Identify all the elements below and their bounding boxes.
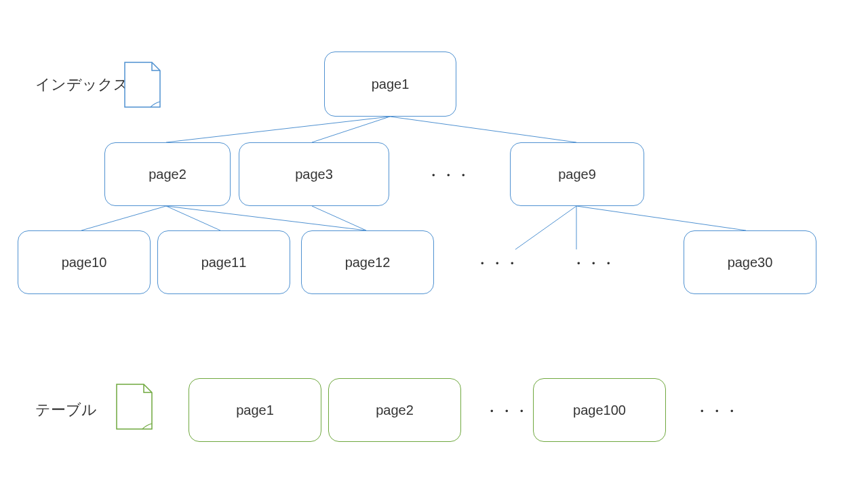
node-label: page1 — [236, 403, 274, 418]
svg-line-5 — [166, 206, 366, 230]
index-node-page3: page3 — [239, 142, 389, 206]
node-label: page3 — [295, 167, 333, 182]
node-label: page100 — [573, 403, 626, 418]
page-icon — [114, 383, 155, 432]
svg-line-3 — [81, 206, 166, 230]
svg-line-0 — [166, 117, 390, 142]
node-label: page2 — [149, 167, 186, 182]
svg-line-6 — [312, 206, 366, 230]
index-node-page30: page30 — [684, 230, 816, 294]
page-icon — [122, 61, 163, 110]
index-node-page2: page2 — [104, 142, 231, 206]
index-node-page12: page12 — [301, 230, 434, 294]
table-node-page2: page2 — [328, 378, 461, 442]
node-label: page9 — [558, 167, 596, 182]
table-label: テーブル — [35, 400, 97, 420]
node-label: page11 — [201, 255, 247, 270]
index-node-page11: page11 — [157, 230, 290, 294]
svg-line-7 — [515, 206, 576, 249]
index-node-page10: page10 — [18, 230, 151, 294]
table-node-page100: page100 — [533, 378, 666, 442]
ellipsis: ・・・ — [484, 401, 529, 422]
node-label: page2 — [376, 403, 414, 418]
index-label: インデックス — [35, 75, 129, 95]
node-label: page1 — [372, 77, 410, 92]
svg-line-1 — [312, 117, 390, 142]
ellipsis: ・・・ — [694, 401, 739, 422]
svg-line-9 — [576, 206, 746, 230]
index-root-node: page1 — [324, 52, 456, 117]
ellipsis: ・・・ — [475, 253, 519, 274]
table-node-page1: page1 — [189, 378, 321, 442]
svg-line-2 — [390, 117, 576, 142]
node-label: page10 — [62, 255, 107, 270]
svg-line-4 — [166, 206, 220, 230]
ellipsis: ・・・ — [426, 165, 471, 186]
ellipsis: ・・・ — [571, 253, 616, 274]
node-label: page12 — [345, 255, 391, 270]
node-label: page30 — [728, 255, 773, 270]
index-node-page9: page9 — [510, 142, 644, 206]
